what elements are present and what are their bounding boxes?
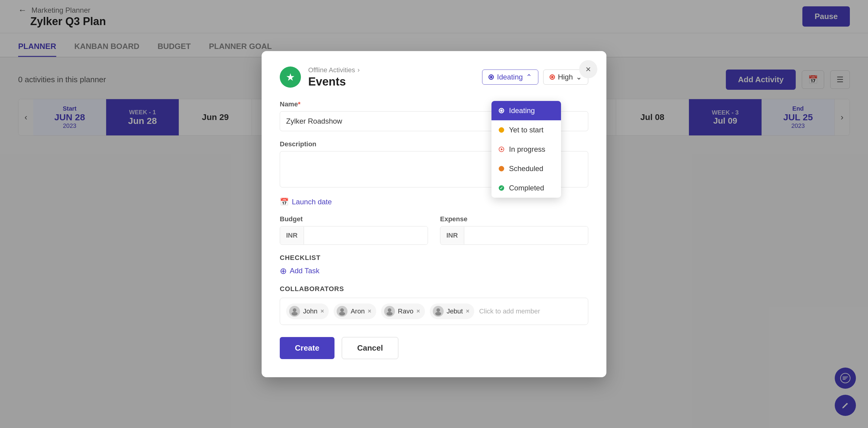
add-task-button[interactable]: ⊕ Add Task [280, 266, 588, 276]
modal-footer: Create Cancel [280, 337, 588, 359]
status-dropdown-menu: Ideating Yet to start In progress Schedu… [492, 101, 561, 198]
expense-input[interactable] [464, 226, 588, 244]
status-radio-icon [489, 74, 494, 80]
scheduled-label: Scheduled [509, 164, 543, 173]
expense-group: Expense INR [440, 215, 588, 245]
modal-close-button[interactable]: × [579, 60, 597, 78]
scheduled-dot [499, 166, 504, 171]
events-icon: ★ [286, 71, 295, 83]
budget-input[interactable] [304, 226, 428, 244]
status-option-yet-to-start[interactable]: Yet to start [492, 120, 561, 140]
create-button[interactable]: Create [280, 337, 335, 359]
budget-input-wrap: INR [280, 226, 428, 245]
calendar-icon: 📅 [280, 198, 289, 206]
modal-title: Events [308, 75, 475, 88]
modal-icon: ★ [280, 66, 301, 88]
ideating-radio-icon [499, 108, 504, 113]
aron-avatar [337, 306, 347, 317]
collaborator-ravo: Ravo × [381, 303, 425, 319]
add-member-button[interactable]: Click to add member [479, 307, 540, 315]
in-progress-icon [499, 146, 504, 152]
ravo-name: Ravo [398, 307, 413, 315]
name-required-star: * [298, 100, 301, 108]
svg-point-6 [388, 308, 391, 312]
aron-name: Aron [350, 307, 365, 315]
ravo-avatar [384, 306, 395, 317]
status-option-in-progress[interactable]: In progress [492, 140, 561, 159]
expense-currency: INR [440, 227, 464, 244]
ideating-label: Ideating [509, 106, 535, 115]
activity-modal: × ★ Offline Activities › Events Ideat [261, 51, 607, 377]
status-option-scheduled[interactable]: Scheduled [492, 159, 561, 178]
aron-remove-button[interactable]: × [368, 308, 371, 315]
status-chevron-up-icon: ⌃ [526, 73, 532, 81]
status-option-completed[interactable]: ✓ Completed [492, 178, 561, 198]
budget-group: Budget INR [280, 215, 428, 245]
budget-label: Budget [280, 215, 428, 223]
john-avatar [289, 306, 300, 317]
cancel-button[interactable]: Cancel [342, 337, 398, 359]
budget-expense-row: Budget INR Expense INR [280, 215, 588, 245]
modal-overlay: × ★ Offline Activities › Events Ideat [0, 0, 868, 428]
priority-radio-icon [550, 74, 555, 80]
modal-title-section: Offline Activities › Events [308, 66, 475, 88]
status-dropdown[interactable]: Ideating ⌃ [482, 69, 538, 85]
jebut-remove-button[interactable]: × [466, 308, 469, 315]
modal-breadcrumb: Offline Activities › [308, 66, 475, 74]
svg-point-8 [436, 308, 440, 312]
svg-point-9 [435, 312, 441, 316]
collaborators-label: COLLABORATORS [280, 285, 588, 293]
collaborator-john: John × [286, 303, 329, 319]
svg-point-4 [340, 308, 344, 312]
expense-input-wrap: INR [440, 226, 588, 245]
yet-to-start-dot [499, 127, 504, 133]
completed-check-icon: ✓ [499, 185, 504, 191]
jebut-name: Jebut [447, 307, 463, 315]
ravo-remove-button[interactable]: × [416, 308, 420, 315]
in-progress-label: In progress [509, 145, 545, 154]
jebut-avatar [433, 306, 444, 317]
status-option-ideating[interactable]: Ideating [492, 101, 561, 120]
svg-point-3 [291, 312, 298, 316]
svg-point-7 [386, 312, 393, 316]
completed-label: Completed [509, 184, 544, 192]
john-remove-button[interactable]: × [320, 308, 324, 315]
svg-point-2 [293, 308, 297, 312]
collaborator-aron: Aron × [334, 303, 376, 319]
modal-header: ★ Offline Activities › Events Ideating ⌃ [280, 66, 588, 88]
status-current-label: Ideating [497, 73, 523, 81]
add-task-plus-icon: ⊕ [280, 266, 287, 276]
launch-date-button[interactable]: 📅 Launch date [280, 198, 588, 206]
john-name: John [303, 307, 317, 315]
collaborator-jebut: Jebut × [430, 303, 474, 319]
svg-marker-1 [501, 148, 503, 151]
priority-current-label: High [558, 73, 573, 81]
svg-point-5 [339, 312, 345, 316]
yet-to-start-label: Yet to start [509, 126, 544, 134]
budget-currency: INR [280, 227, 304, 244]
checklist-label: CHECKLIST [280, 254, 588, 262]
expense-label: Expense [440, 215, 588, 223]
modal-controls: Ideating ⌃ High ⌄ [482, 69, 588, 85]
collaborators-row: John × Aron × Ravo × Je [280, 298, 588, 325]
